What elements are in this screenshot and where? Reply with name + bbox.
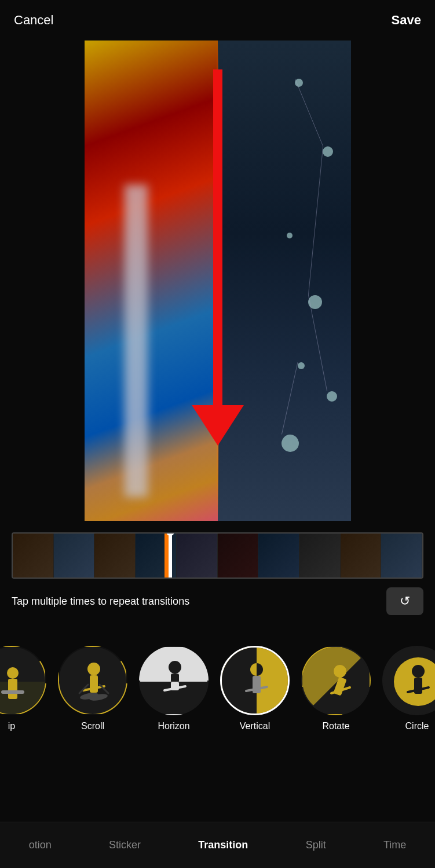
transition-item-circle[interactable]: Circle (382, 646, 435, 731)
transition-item-flip[interactable]: ip (0, 646, 46, 731)
svg-rect-24 (257, 648, 290, 715)
timeline-strip[interactable] (12, 532, 423, 579)
cancel-button[interactable]: Cancel (14, 13, 53, 28)
svg-line-0 (295, 79, 323, 146)
nav-item-time[interactable]: Time (378, 839, 412, 851)
svg-rect-27 (253, 676, 261, 693)
timeline-frame (54, 534, 95, 578)
transition-thumb-flip (0, 646, 46, 715)
transition-label-flip: ip (8, 721, 15, 731)
svg-line-1 (308, 146, 323, 295)
transition-label-rotate: Rotate (322, 721, 349, 731)
instructions-text: Tap multiple times to repeat transitions (12, 595, 189, 608)
skier-svg-rotate (302, 647, 371, 715)
timeline-frame (94, 534, 136, 578)
nav-item-transition[interactable]: Transition (192, 839, 254, 851)
nav-label-sticker: Sticker (109, 839, 141, 851)
nav-item-motion[interactable]: otion (23, 839, 57, 851)
svg-point-36 (412, 665, 425, 678)
header: Cancel Save (0, 0, 435, 41)
video-canvas (85, 41, 351, 521)
timeline-frame (13, 534, 54, 578)
arrow-shaft (213, 69, 222, 405)
svg-point-6 (7, 667, 19, 679)
transition-arrow (192, 69, 244, 446)
transition-thumb-circle (382, 646, 435, 715)
save-button[interactable]: Save (392, 13, 421, 28)
svg-rect-8 (1, 690, 24, 694)
timeline-frame (258, 534, 299, 578)
arrow-head (192, 405, 244, 446)
transition-thumb-horizon (139, 646, 209, 715)
svg-point-19 (169, 661, 181, 674)
svg-rect-23 (222, 648, 257, 715)
transition-thumb-vertical (220, 646, 290, 715)
transition-thumb-rotate (301, 646, 371, 715)
transition-item-vertical[interactable]: Vertical (220, 646, 290, 731)
svg-rect-11 (90, 675, 98, 693)
timeline-frame (341, 534, 382, 578)
nav-label-time: Time (383, 839, 406, 851)
svg-line-2 (308, 295, 327, 391)
svg-rect-20 (171, 674, 179, 682)
timeline-frame (177, 534, 218, 578)
transition-item-horizon[interactable]: Horizon (139, 646, 209, 731)
transitions-row: ip Scroll (0, 625, 435, 752)
svg-rect-5 (0, 682, 46, 715)
timeline-frame (381, 534, 422, 578)
timeline-frame (218, 534, 259, 578)
transition-item-scroll[interactable]: Scroll (58, 646, 127, 731)
transition-thumb-scroll (58, 646, 127, 715)
nav-label-motion: otion (29, 839, 52, 851)
skier-svg-flip (0, 647, 46, 715)
svg-line-3 (282, 362, 298, 435)
transition-item-rotate[interactable]: Rotate (301, 646, 371, 731)
undo-button[interactable]: ↺ (386, 587, 423, 615)
transition-label-scroll: Scroll (81, 721, 104, 731)
nav-item-split[interactable]: Split (300, 839, 332, 851)
instructions-row: Tap multiple times to repeat transitions… (12, 587, 423, 615)
bottom-nav: otion Sticker Transition Split Time (0, 822, 435, 868)
nav-label-split: Split (306, 839, 326, 851)
timeline-frame (299, 534, 341, 578)
video-preview (85, 41, 351, 521)
skier-svg-circle (383, 647, 435, 715)
skier-svg-vertical (222, 648, 290, 715)
transition-label-circle: Circle (405, 721, 429, 731)
transition-label-vertical: Vertical (240, 721, 270, 731)
nav-item-sticker[interactable]: Sticker (103, 839, 147, 851)
undo-icon: ↺ (400, 594, 410, 609)
svg-rect-7 (8, 679, 17, 699)
nav-label-transition: Transition (198, 839, 248, 851)
svg-point-10 (87, 663, 100, 675)
skier-svg-horizon (140, 647, 209, 715)
timeline-container (12, 532, 423, 579)
skier-svg-scroll (59, 647, 127, 715)
transition-label-horizon: Horizon (158, 721, 189, 731)
timeline-playhead[interactable] (169, 532, 172, 579)
